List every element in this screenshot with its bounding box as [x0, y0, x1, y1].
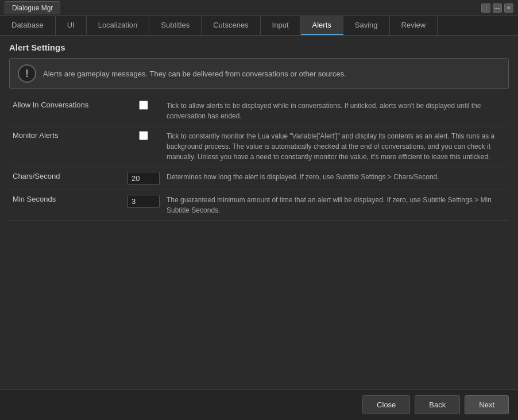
tab-review[interactable]: Review [390, 16, 438, 35]
label-chars-per-second: Chars/Second [9, 167, 124, 190]
window-controls: ⋮ — ✕ [481, 3, 513, 13]
info-text: Alerts are gameplay messages. They can b… [43, 70, 346, 78]
tab-cutscenes[interactable]: Cutscenes [202, 16, 260, 35]
minimize-button[interactable]: — [493, 3, 502, 13]
close-button[interactable]: ✕ [504, 3, 513, 13]
window-title: Dialogue Mgr [5, 1, 60, 14]
info-box: ! Alerts are gameplay messages. They can… [9, 58, 509, 89]
menu-button[interactable]: ⋮ [481, 3, 490, 13]
back-button[interactable]: Back [415, 395, 460, 414]
desc-monitor-alerts: Tick to constantly monitor the Lua value… [163, 126, 509, 167]
input-min-seconds[interactable] [127, 195, 160, 208]
close-button[interactable]: Close [362, 395, 410, 414]
info-icon: ! [18, 64, 36, 83]
checkbox-monitor-alerts[interactable] [139, 131, 148, 140]
content-area: Alert Settings ! Alerts are gameplay mes… [0, 36, 518, 389]
row-allow-in-conversations: Allow In Conversations Tick to allow ale… [9, 96, 509, 126]
tab-bar: Database UI Localization Subtitles Cutsc… [0, 16, 518, 36]
main-window: Database UI Localization Subtitles Cutsc… [0, 16, 518, 420]
input-chars-per-second[interactable] [127, 172, 160, 185]
title-bar: Dialogue Mgr ⋮ — ✕ [0, 0, 518, 16]
tab-subtitles[interactable]: Subtitles [149, 16, 202, 35]
settings-table: Allow In Conversations Tick to allow ale… [9, 96, 509, 221]
section-title: Alert Settings [9, 43, 509, 52]
desc-chars-per-second: Determines how long the alert is display… [163, 167, 509, 190]
label-allow-in-conversations: Allow In Conversations [9, 96, 124, 126]
row-min-seconds: Min Seconds The guaranteed minimum amoun… [9, 190, 509, 221]
desc-min-seconds: The guaranteed minimum amount of time th… [163, 190, 509, 221]
bottom-bar: Close Back Next [0, 389, 518, 420]
row-monitor-alerts: Monitor Alerts Tick to constantly monito… [9, 126, 509, 167]
tab-alerts[interactable]: Alerts [301, 16, 343, 35]
next-button[interactable]: Next [465, 395, 509, 414]
tab-localization[interactable]: Localization [87, 16, 150, 35]
input-cell-chars[interactable] [124, 167, 163, 190]
tab-input[interactable]: Input [261, 16, 301, 35]
tab-database[interactable]: Database [0, 16, 56, 35]
desc-allow-in-conversations: Tick to allow alerts to be displayed whi… [163, 96, 509, 126]
checkbox-allow-in-conversations[interactable] [139, 101, 148, 110]
checkbox-cell-monitor[interactable] [124, 126, 163, 167]
label-min-seconds: Min Seconds [9, 190, 124, 221]
tab-ui[interactable]: UI [56, 16, 87, 35]
row-chars-per-second: Chars/Second Determines how long the ale… [9, 167, 509, 190]
tab-saving[interactable]: Saving [343, 16, 390, 35]
input-cell-min[interactable] [124, 190, 163, 221]
label-monitor-alerts: Monitor Alerts [9, 126, 124, 167]
checkbox-cell-allow[interactable] [124, 96, 163, 126]
